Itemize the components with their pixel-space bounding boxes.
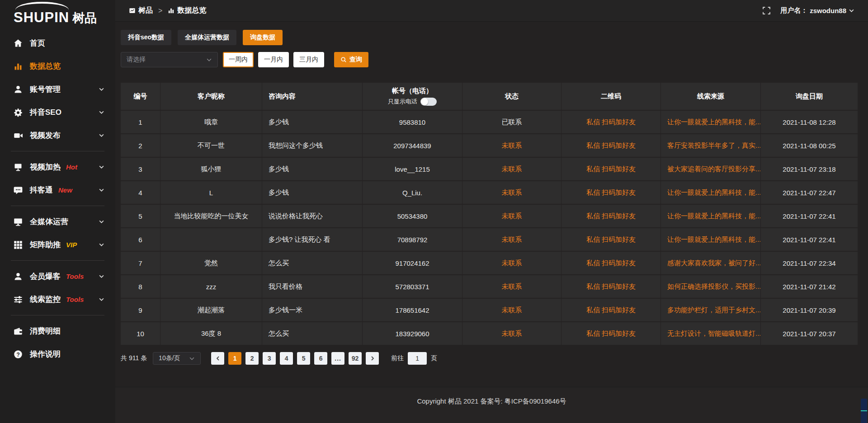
filter-select[interactable]: 请选择 (121, 52, 218, 67)
cell-qrcode-link[interactable]: 私信 扫码加好友 (561, 158, 661, 180)
goto-page-input[interactable] (408, 352, 427, 365)
sidebar-item-2[interactable]: 账号管理 (0, 78, 115, 101)
user-menu[interactable]: 用户名： zswodun88 (780, 6, 854, 15)
fullscreen-icon[interactable] (763, 7, 770, 14)
cell-source-link[interactable]: 感谢大家喜欢我家，被问了好... (661, 252, 761, 274)
sidebar-item-13[interactable]: 线索监控Tools (0, 288, 115, 311)
cell-qrcode-link[interactable]: 私信 扫码加好友 (561, 205, 661, 227)
sidebar-item-1[interactable]: 数据总览 (0, 55, 115, 78)
phone-only-toggle[interactable] (420, 98, 437, 106)
page-button-2[interactable]: 2 (245, 352, 259, 365)
cell-qrcode-link[interactable]: 私信 扫码加好友 (561, 252, 661, 274)
cell-source-link[interactable]: 多功能护栏灯，适用于乡村文... (661, 299, 761, 321)
floating-widget[interactable] (861, 399, 867, 423)
cell-status: 未联系 (462, 322, 561, 345)
table-row: 5当地比较能吃的一位美女说说价格让我死心50534380未联系私信 扫码加好友让… (121, 204, 858, 227)
sidebar-item-16[interactable]: ?操作说明 (0, 343, 115, 366)
cell-status: 已联系 (462, 111, 561, 133)
sidebar-divider (11, 151, 104, 151)
phone-only-row: 只显示电话 (388, 98, 437, 106)
range-button-2[interactable]: 三月内 (293, 52, 324, 67)
sliders-icon (14, 295, 23, 304)
sidebar-item-9[interactable]: 全媒体运营 (0, 210, 115, 233)
page-size-value: 10条/页 (159, 354, 180, 362)
cell-source-link[interactable]: 让你一眼就爱上的黑科技，能... (661, 205, 761, 227)
chevron-down-icon (99, 273, 104, 279)
cell-source-link[interactable]: 无主灯设计，智能磁吸轨道灯... (661, 322, 761, 345)
breadcrumb-item-current[interactable]: 数据总览 (168, 6, 206, 15)
page-button-1[interactable]: 1 (228, 352, 241, 365)
table-row: 7觉然怎么买917024162未联系私信 扫码加好友感谢大家喜欢我家，被问了好.… (121, 251, 858, 274)
cell-content: 多少钱一米 (262, 299, 363, 321)
page-button-4[interactable]: 4 (280, 352, 293, 365)
sidebar-item-7[interactable]: 抖客通New (0, 179, 115, 202)
cell-id: 10 (121, 322, 160, 345)
page-size-select[interactable]: 10条/页 (153, 352, 201, 365)
cell-source-link[interactable]: 让你一眼就爱上的黑科技，能... (661, 181, 761, 204)
cell-qrcode-link[interactable]: 私信 扫码加好友 (561, 275, 661, 298)
sidebar-divider (11, 315, 104, 315)
cell-source-link[interactable]: 被大家追着问的客厅投影分享... (661, 158, 761, 180)
cell-source-link[interactable]: 如何正确选择投影仪，买投影... (661, 275, 761, 298)
sidebar-item-label: 抖音SEO (30, 107, 61, 118)
column-header-date: 询盘日期 (761, 83, 858, 110)
cell-status: 未联系 (462, 158, 561, 180)
page-button-3[interactable]: 3 (263, 352, 276, 365)
sidebar-item-10[interactable]: 矩阵助推VIP (0, 233, 115, 256)
cell-source-link[interactable]: 让你一眼就爱上的黑科技，能... (661, 111, 761, 133)
cell-id: 9 (121, 299, 160, 321)
page-button-6[interactable]: 6 (314, 352, 327, 365)
sidebar-item-badge: New (58, 186, 72, 194)
sidebar-item-0[interactable]: 首页 (0, 32, 115, 55)
cell-id: 3 (121, 158, 160, 180)
search-button-label: 查询 (349, 56, 362, 64)
cell-date: 2021-11-08 12:28 (761, 111, 858, 133)
more-pages-button[interactable]: ... (331, 352, 344, 365)
pagination: 共 911 条 10条/页 123456...92 前往 页 (121, 352, 858, 365)
cell-nickname: zzz (160, 275, 262, 298)
range-button-0[interactable]: 一周内 (223, 52, 254, 67)
cell-qrcode-link[interactable]: 私信 扫码加好友 (561, 322, 661, 345)
cell-qrcode-link[interactable]: 私信 扫码加好友 (561, 228, 661, 251)
search-button[interactable]: 查询 (334, 52, 368, 67)
chevron-down-icon (99, 296, 104, 302)
cell-content: 怎么买 (262, 322, 363, 345)
tab-2[interactable]: 询盘数据 (243, 30, 283, 45)
sidebar-item-6[interactable]: 视频加热Hot (0, 155, 115, 179)
tab-1[interactable]: 全媒体运营数据 (178, 30, 236, 45)
next-page-button[interactable] (366, 352, 379, 365)
sidebar-item-label: 数据总览 (30, 61, 61, 71)
sidebar-item-label: 视频发布 (30, 130, 61, 141)
cell-content: 多少钱? 让我死心 看 (262, 228, 363, 251)
cell-qrcode-link[interactable]: 私信 扫码加好友 (561, 181, 661, 204)
prev-page-button[interactable] (211, 352, 224, 365)
cell-id: 2 (121, 134, 160, 157)
cell-account: love__1215 (363, 158, 462, 180)
sidebar-item-label: 操作说明 (30, 349, 61, 359)
page-button-92[interactable]: 92 (349, 352, 362, 365)
wallet-icon (14, 327, 23, 336)
sidebar-item-15[interactable]: 消费明细 (0, 320, 115, 343)
cell-qrcode-link[interactable]: 私信 扫码加好友 (561, 134, 661, 157)
sidebar-item-4[interactable]: 视频发布 (0, 124, 115, 147)
breadcrumb-item-brand[interactable]: 树品 (129, 6, 153, 15)
column-header-content: 咨询内容 (262, 83, 363, 110)
total-count-label: 共 911 条 (121, 354, 147, 362)
sidebar-item-label: 视频加热 (30, 162, 61, 172)
cell-date: 2021-11-07 22:34 (761, 252, 858, 274)
home-icon (14, 39, 23, 48)
cell-source-link[interactable]: 客厅安装投影半年多了，真实... (661, 134, 761, 157)
sidebar-item-3[interactable]: 抖音SEO (0, 101, 115, 124)
table-row: 1哦章多少钱9583810已联系私信 扫码加好友让你一眼就爱上的黑科技，能...… (121, 110, 858, 133)
goto-page-group: 前往 页 (391, 352, 437, 365)
cell-qrcode-link[interactable]: 私信 扫码加好友 (561, 299, 661, 321)
sidebar-item-12[interactable]: 会员爆客Tools (0, 265, 115, 288)
cell-qrcode-link[interactable]: 私信 扫码加好友 (561, 111, 661, 133)
tab-0[interactable]: 抖音seo数据 (121, 30, 171, 45)
cell-source-link[interactable]: 让你一眼就爱上的黑科技，能... (661, 228, 761, 251)
range-button-1[interactable]: 一月内 (258, 52, 289, 67)
page-button-5[interactable]: 5 (297, 352, 310, 365)
table-row: 8zzz我只看价格572803371未联系私信 扫码加好友如何正确选择投影仪，买… (121, 274, 858, 298)
cell-date: 2021-11-07 23:18 (761, 158, 858, 180)
column-header-id: 编号 (121, 83, 160, 110)
